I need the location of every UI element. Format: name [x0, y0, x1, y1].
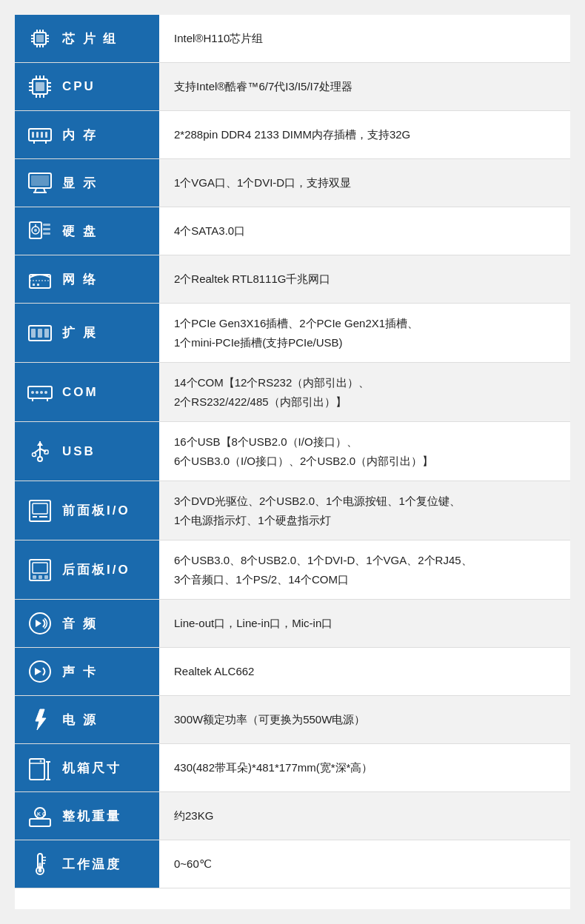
spec-row-display: 显 示1个VGA口、1个DVI-D口，支持双显 — [15, 159, 570, 207]
svg-point-66 — [38, 457, 42, 461]
spec-value-network: 2个Realtek RTL8111G千兆网口 — [159, 255, 570, 303]
spec-label-expand: 扩 展 — [15, 304, 159, 362]
svg-point-59 — [44, 391, 47, 394]
spec-row-com: COM14个COM【12个RS232（内部引出）、 2个RS232/422/48… — [15, 363, 570, 422]
spec-value-hdd: 4个SATA3.0口 — [159, 207, 570, 255]
spec-row-case-size: 机箱尺寸430(482带耳朵)*481*177mm(宽*深*高） — [15, 744, 570, 792]
spec-value-temp: 0~60℃ — [159, 840, 570, 888]
spec-label-temp: 工作温度 — [15, 840, 159, 888]
spec-label-text-rear-io: 后面板I/O — [62, 561, 130, 578]
svg-rect-44 — [43, 224, 50, 226]
spec-row-soundcard: 声 卡Realtek ALC662 — [15, 648, 570, 696]
svg-rect-65 — [44, 450, 48, 454]
svg-rect-30 — [36, 132, 39, 138]
svg-rect-49 — [33, 284, 35, 286]
temp-icon — [25, 849, 55, 879]
svg-rect-32 — [45, 132, 47, 138]
spec-label-usb: USB — [15, 422, 159, 481]
svg-rect-29 — [32, 132, 34, 138]
spec-label-chipset: 芯 片 组 — [15, 15, 159, 62]
cpu-icon — [25, 72, 55, 101]
spec-label-text-weight: 整机重量 — [62, 808, 121, 825]
spec-value-cpu: 支持Intel®酷睿™6/7代I3/I5/I7处理器 — [159, 63, 570, 110]
svg-rect-54 — [44, 329, 49, 338]
spec-label-text-power: 电 源 — [62, 712, 98, 729]
spec-row-temp: 工作温度0~60℃ — [15, 840, 570, 888]
spec-label-text-com: COM — [62, 385, 98, 400]
spec-value-audio: Line-out口，Line-in口，Mic-in口 — [159, 600, 570, 647]
network-icon — [25, 264, 55, 294]
spec-label-text-cpu: CPU — [62, 79, 96, 94]
svg-rect-68 — [33, 503, 47, 514]
spec-label-front-io: 前面板I/O — [15, 481, 159, 540]
usb-icon — [25, 437, 55, 466]
svg-rect-45 — [43, 228, 50, 230]
com-icon — [25, 378, 55, 407]
chipset-icon — [25, 24, 55, 53]
memory-icon — [25, 120, 55, 150]
spec-label-hdd: 硬 盘 — [15, 207, 159, 255]
svg-rect-73 — [33, 575, 36, 579]
spec-label-memory: 内 存 — [15, 111, 159, 158]
spec-label-power: 电 源 — [15, 696, 159, 743]
spec-row-weight: KG 整机重量约23KG — [15, 792, 570, 840]
spec-row-hdd: 硬 盘4个SATA3.0口 — [15, 207, 570, 255]
spec-row-front-io: 前面板I/O3个DVD光驱位、2个USB2.0、1个电源按钮、1个复位键、 1个… — [15, 481, 570, 540]
spec-row-network: 网 络2个Realtek RTL8111G千兆网口 — [15, 255, 570, 304]
svg-rect-53 — [38, 329, 42, 338]
svg-rect-89 — [30, 819, 50, 826]
spec-label-text-display: 显 示 — [62, 175, 98, 192]
spec-row-audio: 音 频Line-out口，Line-in口，Mic-in口 — [15, 600, 570, 648]
spec-label-text-expand: 扩 展 — [62, 324, 98, 341]
spec-label-text-case-size: 机箱尺寸 — [62, 760, 121, 777]
spec-row-power: 电 源300W额定功率（可更换为550W电源） — [15, 696, 570, 744]
svg-rect-80 — [30, 759, 44, 780]
case-size-icon — [25, 753, 55, 783]
spec-label-com: COM — [15, 363, 159, 421]
spec-value-display: 1个VGA口、1个DVI-D口，支持双显 — [159, 159, 570, 207]
front-io-icon — [25, 496, 55, 526]
spec-label-text-audio: 音 频 — [62, 615, 98, 632]
svg-rect-75 — [44, 575, 48, 579]
svg-point-42 — [34, 229, 37, 232]
spec-table: 芯 片 组Intel®H110芯片组 CPU支持Intel®酷睿™6/7代I3/… — [15, 15, 570, 909]
spec-value-power: 300W额定功率（可更换为550W电源） — [159, 696, 570, 743]
soundcard-icon — [25, 657, 55, 686]
spec-row-usb: USB16个USB【8个USB2.0（I/O接口）、 6个USB3.0（I/O接… — [15, 422, 570, 481]
svg-rect-72 — [33, 563, 47, 573]
spec-row-chipset: 芯 片 组Intel®H110芯片组 — [15, 15, 570, 63]
spec-value-memory: 2*288pin DDR4 2133 DIMM内存插槽，支持32G — [159, 111, 570, 158]
spec-label-display: 显 示 — [15, 159, 159, 207]
spec-label-cpu: CPU — [15, 63, 159, 110]
svg-rect-15 — [36, 82, 44, 91]
spec-row-cpu: CPU支持Intel®酷睿™6/7代I3/I5/I7处理器 — [15, 63, 570, 111]
svg-point-56 — [31, 391, 34, 394]
svg-rect-50 — [37, 284, 39, 286]
spec-value-expand: 1个PCIe Gen3X16插槽、2个PCIe Gen2X1插槽、 1个mini… — [159, 304, 570, 362]
svg-point-82 — [40, 760, 42, 763]
spec-label-network: 网 络 — [15, 255, 159, 303]
spec-value-case-size: 430(482带耳朵)*481*177mm(宽*深*高） — [159, 744, 570, 791]
svg-marker-77 — [36, 620, 41, 627]
spec-value-usb: 16个USB【8个USB2.0（I/O接口）、 6个USB3.0（I/O接口）、… — [159, 422, 570, 481]
svg-rect-52 — [31, 329, 36, 338]
svg-point-58 — [40, 391, 43, 394]
spec-value-rear-io: 6个USB3.0、8个USB2.0、1个DVI-D、1个VGA、2个RJ45、 … — [159, 540, 570, 599]
display-icon — [25, 168, 55, 198]
spec-label-soundcard: 声 卡 — [15, 648, 159, 695]
svg-rect-1 — [36, 35, 44, 42]
expand-icon — [25, 318, 55, 348]
hdd-icon — [25, 216, 55, 246]
rear-io-icon — [25, 555, 55, 585]
svg-rect-74 — [39, 575, 42, 579]
svg-marker-79 — [35, 668, 41, 675]
spec-label-text-memory: 内 存 — [62, 127, 98, 144]
svg-point-57 — [36, 391, 39, 394]
spec-row-rear-io: 后面板I/O6个USB3.0、8个USB2.0、1个DVI-D、1个VGA、2个… — [15, 540, 570, 600]
svg-rect-39 — [31, 175, 49, 186]
spec-label-weight: KG 整机重量 — [15, 792, 159, 840]
spec-label-case-size: 机箱尺寸 — [15, 744, 159, 791]
weight-icon: KG — [25, 801, 55, 831]
spec-value-front-io: 3个DVD光驱位、2个USB2.0、1个电源按钮、1个复位键、 1个电源指示灯、… — [159, 481, 570, 540]
audio-icon — [25, 609, 55, 638]
